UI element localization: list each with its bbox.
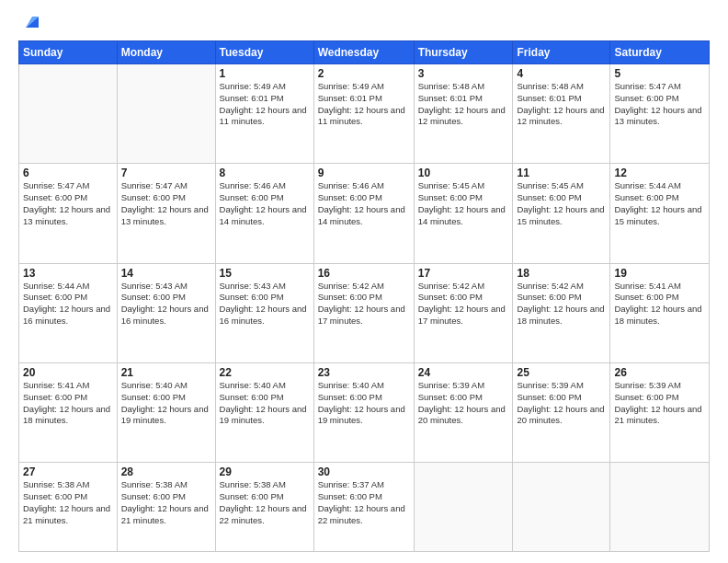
weekday-header-friday: Friday (513, 41, 610, 64)
day-number: 19 (614, 267, 705, 280)
day-info: Sunrise: 5:43 AM Sunset: 6:00 PM Dayligh… (220, 281, 310, 327)
weekday-header-thursday: Thursday (414, 41, 513, 64)
calendar-cell: 24Sunrise: 5:39 AM Sunset: 6:00 PM Dayli… (414, 362, 513, 462)
day-number: 5 (614, 67, 705, 80)
day-info: Sunrise: 5:39 AM Sunset: 6:00 PM Dayligh… (418, 380, 509, 427)
weekday-header-wednesday: Wednesday (313, 41, 414, 64)
calendar-cell: 5Sunrise: 5:47 AM Sunset: 6:00 PM Daylig… (610, 64, 710, 164)
calendar-cell (414, 463, 513, 552)
day-info: Sunrise: 5:42 AM Sunset: 6:00 PM Dayligh… (418, 281, 509, 327)
calendar-cell: 16Sunrise: 5:42 AM Sunset: 6:00 PM Dayli… (313, 263, 414, 362)
day-info: Sunrise: 5:48 AM Sunset: 6:01 PM Dayligh… (418, 81, 509, 128)
page: SundayMondayTuesdayWednesdayThursdayFrid… (0, 0, 728, 563)
day-info: Sunrise: 5:47 AM Sunset: 6:00 PM Dayligh… (23, 180, 113, 227)
calendar-cell (610, 463, 710, 552)
day-info: Sunrise: 5:40 AM Sunset: 6:00 PM Dayligh… (220, 380, 310, 427)
calendar-cell: 1Sunrise: 5:49 AM Sunset: 6:01 PM Daylig… (215, 64, 313, 164)
day-number: 22 (220, 366, 310, 379)
day-info: Sunrise: 5:40 AM Sunset: 6:00 PM Dayligh… (121, 380, 211, 427)
day-info: Sunrise: 5:45 AM Sunset: 6:00 PM Dayligh… (418, 180, 509, 227)
calendar-row-3: 20Sunrise: 5:41 AM Sunset: 6:00 PM Dayli… (19, 362, 710, 462)
day-info: Sunrise: 5:38 AM Sunset: 6:00 PM Dayligh… (121, 479, 211, 526)
day-info: Sunrise: 5:49 AM Sunset: 6:01 PM Dayligh… (318, 81, 410, 128)
day-number: 7 (121, 167, 211, 179)
calendar-cell: 25Sunrise: 5:39 AM Sunset: 6:00 PM Dayli… (513, 362, 610, 462)
calendar-cell: 28Sunrise: 5:38 AM Sunset: 6:00 PM Dayli… (117, 463, 215, 552)
calendar-cell: 29Sunrise: 5:38 AM Sunset: 6:00 PM Dayli… (215, 463, 313, 552)
calendar-cell: 8Sunrise: 5:46 AM Sunset: 6:00 PM Daylig… (215, 164, 313, 263)
day-info: Sunrise: 5:42 AM Sunset: 6:00 PM Dayligh… (318, 281, 410, 327)
day-number: 27 (23, 465, 113, 478)
day-number: 2 (318, 67, 410, 80)
day-number: 20 (23, 366, 113, 379)
day-number: 26 (614, 366, 705, 379)
day-number: 28 (121, 465, 211, 478)
day-info: Sunrise: 5:46 AM Sunset: 6:00 PM Dayligh… (318, 180, 410, 227)
day-number: 16 (318, 267, 410, 280)
calendar-cell: 30Sunrise: 5:37 AM Sunset: 6:00 PM Dayli… (313, 463, 414, 552)
calendar-cell: 9Sunrise: 5:46 AM Sunset: 6:00 PM Daylig… (313, 164, 414, 263)
day-number: 9 (318, 167, 410, 179)
calendar-cell: 7Sunrise: 5:47 AM Sunset: 6:00 PM Daylig… (117, 164, 215, 263)
day-number: 1 (220, 67, 310, 80)
day-number: 3 (418, 67, 509, 80)
day-info: Sunrise: 5:39 AM Sunset: 6:00 PM Dayligh… (517, 380, 606, 427)
calendar-cell: 14Sunrise: 5:43 AM Sunset: 6:00 PM Dayli… (117, 263, 215, 362)
weekday-header-tuesday: Tuesday (215, 41, 313, 64)
day-number: 15 (220, 267, 310, 280)
day-number: 4 (517, 67, 606, 80)
calendar-cell (19, 64, 118, 164)
day-info: Sunrise: 5:40 AM Sunset: 6:00 PM Dayligh… (318, 380, 410, 427)
day-info: Sunrise: 5:47 AM Sunset: 6:00 PM Dayligh… (121, 180, 211, 227)
day-number: 17 (418, 267, 509, 280)
calendar-cell: 22Sunrise: 5:40 AM Sunset: 6:00 PM Dayli… (215, 362, 313, 462)
logo-icon (22, 11, 42, 31)
day-info: Sunrise: 5:41 AM Sunset: 6:00 PM Dayligh… (614, 281, 705, 327)
day-info: Sunrise: 5:46 AM Sunset: 6:00 PM Dayligh… (220, 180, 310, 227)
day-info: Sunrise: 5:39 AM Sunset: 6:00 PM Dayligh… (614, 380, 705, 427)
day-number: 12 (614, 167, 705, 179)
calendar-cell: 17Sunrise: 5:42 AM Sunset: 6:00 PM Dayli… (414, 263, 513, 362)
day-number: 23 (318, 366, 410, 379)
day-info: Sunrise: 5:38 AM Sunset: 6:00 PM Dayligh… (220, 479, 310, 526)
day-number: 8 (220, 167, 310, 179)
calendar-cell: 21Sunrise: 5:40 AM Sunset: 6:00 PM Dayli… (117, 362, 215, 462)
calendar-cell: 19Sunrise: 5:41 AM Sunset: 6:00 PM Dayli… (610, 263, 710, 362)
calendar-cell: 15Sunrise: 5:43 AM Sunset: 6:00 PM Dayli… (215, 263, 313, 362)
calendar-cell: 13Sunrise: 5:44 AM Sunset: 6:00 PM Dayli… (19, 263, 118, 362)
day-number: 30 (318, 465, 410, 478)
weekday-header-sunday: Sunday (19, 41, 118, 64)
calendar-cell: 27Sunrise: 5:38 AM Sunset: 6:00 PM Dayli… (19, 463, 118, 552)
calendar-cell (117, 64, 215, 164)
calendar-table: SundayMondayTuesdayWednesdayThursdayFrid… (18, 40, 710, 552)
calendar-cell: 23Sunrise: 5:40 AM Sunset: 6:00 PM Dayli… (313, 362, 414, 462)
calendar-cell: 4Sunrise: 5:48 AM Sunset: 6:01 PM Daylig… (513, 64, 610, 164)
calendar-cell: 12Sunrise: 5:44 AM Sunset: 6:00 PM Dayli… (610, 164, 710, 263)
calendar-cell: 11Sunrise: 5:45 AM Sunset: 6:00 PM Dayli… (513, 164, 610, 263)
day-number: 6 (23, 167, 113, 179)
day-info: Sunrise: 5:47 AM Sunset: 6:00 PM Dayligh… (614, 81, 705, 128)
day-info: Sunrise: 5:49 AM Sunset: 6:01 PM Dayligh… (220, 81, 310, 128)
day-info: Sunrise: 5:38 AM Sunset: 6:00 PM Dayligh… (23, 479, 113, 526)
calendar-cell: 6Sunrise: 5:47 AM Sunset: 6:00 PM Daylig… (19, 164, 118, 263)
weekday-header-monday: Monday (117, 41, 215, 64)
day-number: 13 (23, 267, 113, 280)
day-number: 18 (517, 267, 606, 280)
calendar-cell: 20Sunrise: 5:41 AM Sunset: 6:00 PM Dayli… (19, 362, 118, 462)
calendar-cell: 2Sunrise: 5:49 AM Sunset: 6:01 PM Daylig… (313, 64, 414, 164)
day-info: Sunrise: 5:37 AM Sunset: 6:00 PM Dayligh… (318, 479, 410, 526)
weekday-header-row: SundayMondayTuesdayWednesdayThursdayFrid… (19, 41, 710, 64)
day-number: 11 (517, 167, 606, 179)
header (18, 15, 710, 31)
calendar-cell (513, 463, 610, 552)
day-number: 25 (517, 366, 606, 379)
calendar-row-2: 13Sunrise: 5:44 AM Sunset: 6:00 PM Dayli… (19, 263, 710, 362)
weekday-header-saturday: Saturday (610, 41, 710, 64)
calendar-row-4: 27Sunrise: 5:38 AM Sunset: 6:00 PM Dayli… (19, 463, 710, 552)
calendar-cell: 26Sunrise: 5:39 AM Sunset: 6:00 PM Dayli… (610, 362, 710, 462)
day-number: 29 (220, 465, 310, 478)
day-info: Sunrise: 5:44 AM Sunset: 6:00 PM Dayligh… (614, 180, 705, 227)
day-info: Sunrise: 5:41 AM Sunset: 6:00 PM Dayligh… (23, 380, 113, 427)
calendar-cell: 10Sunrise: 5:45 AM Sunset: 6:00 PM Dayli… (414, 164, 513, 263)
logo (18, 15, 42, 31)
